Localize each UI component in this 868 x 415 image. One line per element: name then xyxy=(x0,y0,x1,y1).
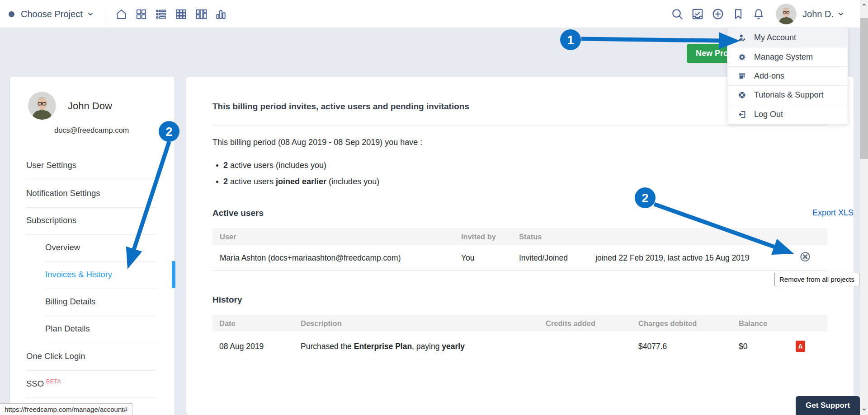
user-avatar[interactable] xyxy=(776,4,797,24)
scrollbar-thumb[interactable] xyxy=(860,18,868,159)
sidebar-item-user-settings[interactable]: User Settings xyxy=(26,160,76,170)
bullet-text: (includes you) xyxy=(326,177,379,186)
heading-divider xyxy=(212,125,827,126)
description-cell: Purchased the Enterprise Plan, paying ye… xyxy=(301,341,465,351)
billing-content-card: This billing period invites, active user… xyxy=(186,77,854,415)
task-list-icon[interactable] xyxy=(155,8,168,21)
sso-label: SSO xyxy=(26,379,44,388)
notifications-bell-icon[interactable] xyxy=(752,7,765,21)
sidebar-item-billing-details[interactable]: Billing Details xyxy=(45,297,95,307)
invited-by-cell: You xyxy=(461,253,475,263)
sidebar-divider xyxy=(45,316,156,316)
sidebar-divider xyxy=(26,207,156,208)
history-title: History xyxy=(212,295,827,305)
get-support-button[interactable]: Get Support xyxy=(796,396,860,415)
browser-status-bar: https://freedcamp.com/manage/account# xyxy=(0,403,132,415)
page-scrollbar[interactable] xyxy=(860,0,868,415)
date-cell: 08 Aug 2019 xyxy=(219,341,264,351)
bar-chart-icon[interactable] xyxy=(214,8,227,21)
billing-period-line: This billing period (08 Aug 2019 - 08 Se… xyxy=(212,138,827,147)
menu-item-label: Add-ons xyxy=(754,71,784,81)
remove-tooltip: Remove from all projects xyxy=(774,273,859,286)
chevron-down-icon xyxy=(87,10,94,18)
user-cell: Maria Ashton (docs+mariaashton@freedcamp… xyxy=(220,253,401,263)
description-text: Purchased the xyxy=(301,341,354,350)
status-cell: Invited/Joined xyxy=(519,253,568,263)
menu-item-label: Tutorials & Support xyxy=(754,90,823,100)
dashboard-grid-icon[interactable] xyxy=(135,8,148,21)
step1-number: 1 xyxy=(567,33,574,47)
sidebar-item-plan-details[interactable]: Plan Details xyxy=(45,324,90,334)
pdf-glyph: A xyxy=(796,340,805,352)
joined-earlier-bullet: 2 active users joined earlier (includes … xyxy=(212,177,827,187)
sidebar-divider xyxy=(45,343,156,343)
inbox-check-icon[interactable] xyxy=(691,7,704,21)
apps-grid-icon[interactable] xyxy=(175,8,188,21)
bullet-text: active users xyxy=(228,177,276,186)
project-color-dot xyxy=(9,11,14,17)
store-icon xyxy=(737,71,747,81)
plan-name: Enterprise Plan xyxy=(354,341,412,350)
sidebar-item-overview[interactable]: Overview xyxy=(45,242,80,252)
active-user-row: Maria Ashton (docs+mariaashton@freedcamp… xyxy=(212,245,827,271)
sidebar-divider xyxy=(45,261,156,262)
menu-item-label: Log Out xyxy=(754,110,783,119)
life-buoy-icon xyxy=(737,90,747,100)
col-header-invited-by: Invited by xyxy=(461,233,496,241)
col-header-user: User xyxy=(220,233,236,241)
bookmark-icon[interactable] xyxy=(731,7,745,21)
menu-item-add-ons[interactable]: Add-ons xyxy=(727,66,848,85)
sidebar-user-email: docs@freedcamp.com xyxy=(54,126,129,135)
col-header-description: Description xyxy=(301,319,342,327)
wiki-columns-icon[interactable] xyxy=(194,8,208,21)
bullet-bold-text: joined earlier xyxy=(276,177,326,186)
pdf-invoice-icon[interactable]: A xyxy=(796,340,805,352)
export-xls-link[interactable]: Export XLS xyxy=(812,208,854,218)
step1-arrow xyxy=(581,39,720,41)
choose-project-label: Choose Project xyxy=(21,9,83,19)
top-navigation-bar: Choose Project xyxy=(0,0,868,28)
active-users-table-header: User Invited by Status xyxy=(212,228,827,245)
add-plus-icon[interactable] xyxy=(711,7,725,21)
sidebar-item-notification-settings[interactable]: Notification Settings xyxy=(26,188,100,198)
sidebar-user-avatar xyxy=(28,92,56,120)
logout-icon xyxy=(737,110,747,119)
col-header-charges-debited: Charges debited xyxy=(638,319,697,327)
scroll-up-arrow[interactable] xyxy=(860,1,868,9)
person-edit-icon xyxy=(737,33,747,42)
menu-item-label: My Account xyxy=(754,33,796,42)
freedcamp-account-page: Choose Project xyxy=(0,0,868,415)
sidebar-item-sso[interactable]: SSOBETA xyxy=(26,378,61,389)
col-header-balance: Balance xyxy=(739,319,767,327)
home-icon[interactable] xyxy=(115,8,128,21)
search-icon[interactable] xyxy=(670,7,684,21)
history-table-header: Date Description Credits added Charges d… xyxy=(212,315,827,331)
choose-project-dropdown[interactable]: Choose Project xyxy=(21,9,94,19)
history-row: 08 Aug 2019 Purchased the Enterprise Pla… xyxy=(212,331,827,361)
sidebar-item-one-click-login[interactable]: One Click Login xyxy=(26,351,85,361)
active-item-indicator xyxy=(172,261,175,288)
sidebar-divider xyxy=(26,370,156,371)
sidebar-item-subscriptions[interactable]: Subscriptions xyxy=(26,215,76,225)
user-menu-button[interactable]: John D. xyxy=(802,9,844,19)
col-header-date: Date xyxy=(219,319,236,327)
billing-cycle: yearly xyxy=(442,341,465,350)
sidebar-divider xyxy=(26,234,156,235)
chevron-down-icon xyxy=(837,10,844,18)
sidebar-divider xyxy=(45,289,156,289)
menu-item-manage-system[interactable]: Manage System xyxy=(727,47,848,66)
remove-user-cell xyxy=(799,251,811,265)
account-dropdown-menu: My Account Manage System Add-ons Tutoria… xyxy=(727,28,848,124)
active-users-title: Active users xyxy=(212,208,827,218)
remove-user-icon[interactable] xyxy=(799,251,811,263)
bullet-count: 2 xyxy=(223,177,228,186)
scroll-down-arrow[interactable] xyxy=(860,406,868,413)
menu-item-my-account[interactable]: My Account xyxy=(727,28,848,47)
account-settings-sidebar: John Dow docs@freedcamp.com User Setting… xyxy=(10,77,175,415)
col-header-status: Status xyxy=(519,233,542,241)
sidebar-divider xyxy=(26,397,156,398)
menu-item-log-out[interactable]: Log Out xyxy=(727,105,848,124)
sidebar-item-invoices-history[interactable]: Invoices & History xyxy=(45,270,112,280)
menu-item-tutorials-support[interactable]: Tutorials & Support xyxy=(727,85,848,104)
topbar-divider xyxy=(105,4,105,24)
